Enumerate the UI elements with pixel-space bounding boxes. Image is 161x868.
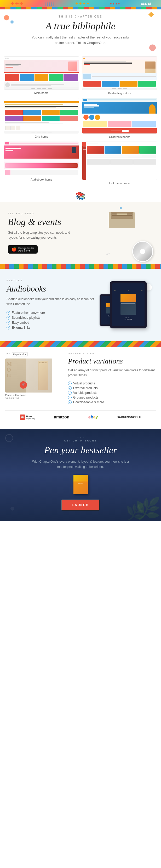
ebay-b: b [91, 415, 93, 419]
screenshot-frame-grid [4, 98, 79, 133]
mock-site-main-home [4, 57, 79, 90]
check-icon-3: ✓ [6, 321, 10, 324]
mock-logo-4 [48, 88, 52, 89]
mock-bg-6 [23, 116, 41, 121]
screenshot-frame-bestselling [82, 56, 157, 90]
screenshot-label-grid: Grid home [35, 135, 48, 138]
screenshot-frame-left-menu [82, 142, 157, 180]
product-text-1: Virtual products [73, 381, 95, 385]
mock-content-line [92, 76, 156, 77]
screenshot-label-left-menu: Left menu home [109, 182, 130, 185]
mock-children-cta [82, 128, 157, 133]
cta-star-1: ✦ [77, 437, 79, 439]
mock-si-item-2 [83, 148, 86, 148]
mock-si-item-1 [83, 147, 86, 147]
mock-bg-3 [42, 110, 60, 115]
product-item-4: ✓ Grouped products [68, 396, 156, 399]
mock-audio-gradient-bar [5, 163, 77, 168]
mock-rb-2 [104, 146, 122, 154]
barnes-noble-logo: BARNES&NOBLE [117, 415, 141, 419]
banner-deco-4: ● ● ● ● [110, 2, 120, 6]
mock-ab-2 [102, 81, 120, 87]
mock-author-line-1 [84, 62, 126, 62]
product-text-3: Variable products [73, 391, 97, 395]
mock-gl-3 [42, 132, 46, 132]
mock-book-1 [5, 74, 19, 81]
mock-right-info [87, 155, 156, 158]
mock-audio-content [4, 159, 79, 162]
mock-audio-bottom [4, 169, 79, 176]
product-circle-icon: 🛒 [20, 381, 27, 389]
cta-book-cover: AMIGOS [73, 475, 88, 494]
mock-hero-image [68, 62, 77, 71]
mock-dot-3 [95, 115, 100, 120]
mock-ahl-1 [5, 147, 19, 147]
cta-deco-circle-2 [10, 507, 14, 510]
ebay-y: y [96, 415, 98, 419]
mock-c-line [88, 99, 156, 100]
mock-hero-text [5, 64, 67, 68]
product-item-2: ✓ External products [68, 386, 156, 390]
mock-text-lines [11, 84, 77, 86]
mock-book-5 [64, 74, 77, 81]
mock-cb-1 [84, 121, 107, 127]
mock-audio-hero-text [5, 147, 77, 151]
mock-grid-info-2 [5, 124, 63, 124]
ebay-e: e [88, 415, 91, 419]
mock-right-header [86, 142, 157, 145]
mock-books-row [4, 73, 79, 82]
mock-sidebar-items [82, 146, 86, 151]
product-item-5: ✓ Downloadable & more [68, 400, 156, 404]
feature-text-4: External links [12, 326, 30, 330]
mock-gl-1 [31, 132, 35, 132]
mock-footer-grid [4, 131, 79, 133]
mock-ab-1 [84, 81, 101, 87]
mock-site-bestselling [82, 57, 157, 90]
type-label: Type [5, 352, 10, 356]
mock-rg-3 [133, 159, 156, 164]
mock-nav-dot-2 [7, 58, 9, 59]
mock-rb-3 [122, 146, 139, 154]
mock-audio-logo [5, 142, 9, 145]
mock-ar-1 [5, 170, 10, 175]
mock-book-3 [34, 74, 49, 81]
mock-yellow-banner [4, 101, 79, 103]
paperbook-select[interactable]: Paperbook ▾ [12, 352, 28, 356]
banner-deco-5: ≋≋≋ [140, 1, 151, 6]
mock-blue-hero [82, 102, 157, 114]
mock-footer-author [82, 88, 157, 90]
mock-author-text [84, 62, 144, 65]
audiobooks-section: FEATURE Audiobooks Sharing audiobooks wi… [0, 269, 161, 341]
product-text-5: Downloadable & more [73, 400, 104, 404]
products-content: Type Paperbook ▾ MOG WALL HALL [0, 347, 161, 410]
launch-button[interactable]: LAUNCH [61, 500, 100, 510]
screenshot-frame-main-home [4, 56, 79, 90]
bd-text-2: Depository [26, 417, 35, 420]
product-image-area: MOG WALL HALL 🛒 [5, 359, 52, 393]
mock-audio-nav [10, 143, 77, 144]
mock-si-3 [16, 126, 21, 130]
app-store-button[interactable]: 🍎 Download on the App Store [8, 245, 38, 254]
cta-description: With ChapterOne's every element, layout … [31, 459, 130, 469]
tablet-cover-text [121, 302, 136, 305]
screenshot-label-main-home: Main home [34, 91, 49, 94]
tablet-title-text: MY WAYSTORIES [125, 317, 132, 320]
book-depository-logo: 📖 Book Depository [20, 414, 35, 420]
mock-ct-1 [84, 104, 97, 105]
tablet-top-bar [114, 290, 142, 292]
mock-bg-8 [60, 116, 78, 121]
book-depository-text: Book Depository [26, 415, 35, 420]
blog-section-description: Get all the blog templates you can need,… [8, 230, 76, 240]
chevron-down-icon: ▾ [25, 353, 26, 355]
product-book-price: $ 0.99 $ 2.99 [5, 397, 52, 400]
mock-si-item-3 [83, 149, 86, 150]
mock-header-children [82, 98, 157, 102]
mock-right-grid [86, 159, 157, 165]
mock-ahl-btn [5, 150, 13, 151]
screenshot-label-bestselling: Bestselling author [108, 92, 131, 95]
mock-grid-line-1 [5, 104, 63, 105]
mock-si-1 [5, 126, 10, 130]
deco-circle-2 [10, 21, 13, 24]
mock-left-menu [82, 142, 157, 180]
tablet-dot-3 [141, 290, 142, 291]
